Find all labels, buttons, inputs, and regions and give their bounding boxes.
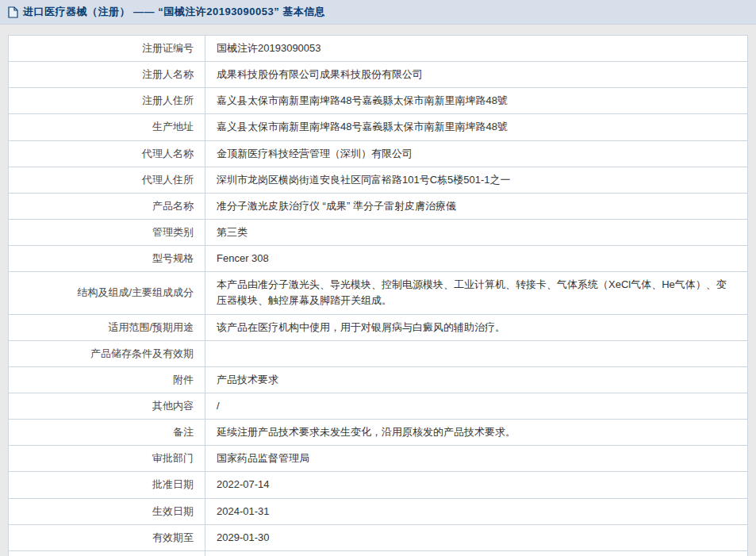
info-table-body: 注册证编号国械注许20193090053注册人名称成果科技股份有限公司成果科技股…	[9, 36, 748, 556]
registration-info-table: 注册证编号国械注许20193090053注册人名称成果科技股份有限公司成果科技股…	[8, 35, 748, 556]
row-value: 深圳市龙岗区横岗街道安良社区同富裕路101号C栋5楼501-1之一	[205, 167, 748, 193]
table-row: 生效日期2024-01-31	[9, 498, 748, 524]
table-row: 注册证编号国械注许20193090053	[9, 36, 748, 62]
row-value: 2022-07-14	[205, 472, 748, 498]
row-label: 适用范围/预期用途	[9, 314, 205, 340]
row-label: 代理人名称	[9, 140, 205, 167]
row-label: 其他内容	[9, 393, 205, 419]
page-title: 进口医疗器械（注册） —— “国械注许20193090053” 基本信息	[23, 5, 325, 19]
row-label: 审批部门	[9, 446, 205, 472]
row-label: 生产地址	[9, 114, 205, 140]
table-row: 备注延续注册产品技术要求未发生变化，沿用原核发的产品技术要求。	[9, 420, 748, 446]
row-label: 生效日期	[9, 498, 205, 524]
row-value: 2017-07-25 “代理人名称：北京仁和惠康科技有限公司；代理人住所：北京市…	[205, 550, 748, 556]
row-label: 代理人住所	[9, 167, 205, 193]
row-value: 成果科技股份有限公司成果科技股份有限公司	[205, 62, 748, 88]
row-value: 金顶新医疗科技经营管理（深圳）有限公司	[205, 140, 748, 167]
header-bar: 进口医疗器械（注册） —— “国械注许20193090053” 基本信息	[0, 0, 756, 25]
row-value: 该产品在医疗机构中使用，用于对银屑病与白癜风的辅助治疗。	[205, 314, 748, 340]
row-value: /	[205, 393, 748, 419]
row-label: 备注	[9, 420, 205, 446]
row-value: 第三类	[205, 219, 748, 245]
row-label: 变更情况	[9, 550, 205, 556]
table-row: 产品储存条件及有效期	[9, 340, 748, 366]
table-row: 其他内容/	[9, 393, 748, 419]
row-value: 嘉义县太保市南新里南埤路48号嘉義縣太保市南新里南埤路48號	[205, 114, 748, 140]
table-row: 注册人住所嘉义县太保市南新里南埤路48号嘉義縣太保市南新里南埤路48號	[9, 88, 748, 114]
table-row: 有效期至2029-01-30	[9, 524, 748, 550]
row-label: 批准日期	[9, 472, 205, 498]
row-value: Fencer 308	[205, 246, 748, 272]
document-icon	[8, 6, 18, 18]
row-label: 注册证编号	[9, 36, 205, 62]
row-label: 注册人名称	[9, 62, 205, 88]
row-value: 国械注许20193090053	[205, 36, 748, 62]
row-label: 注册人住所	[9, 88, 205, 114]
table-row: 注册人名称成果科技股份有限公司成果科技股份有限公司	[9, 62, 748, 88]
info-table-wrap: 注册证编号国械注许20193090053注册人名称成果科技股份有限公司成果科技股…	[8, 35, 748, 556]
table-row: 审批部门国家药品监督管理局	[9, 446, 748, 472]
table-row: 适用范围/预期用途该产品在医疗机构中使用，用于对银屑病与白癜风的辅助治疗。	[9, 314, 748, 340]
table-row: 管理类别第三类	[9, 219, 748, 245]
row-label: 型号规格	[9, 246, 205, 272]
table-row: 生产地址嘉义县太保市南新里南埤路48号嘉義縣太保市南新里南埤路48號	[9, 114, 748, 140]
row-label: 结构及组成/主要组成成分	[9, 272, 205, 314]
row-value: 延续注册产品技术要求未发生变化，沿用原核发的产品技术要求。	[205, 420, 748, 446]
table-row: 代理人住所深圳市龙岗区横岗街道安良社区同富裕路101号C栋5楼501-1之一	[9, 167, 748, 193]
row-value: 2029-01-30	[205, 524, 748, 550]
row-value: 2024-01-31	[205, 498, 748, 524]
row-value: 准分子激光皮肤治疗仪 “成果” 準分子雷射皮膚治療儀	[205, 193, 748, 219]
row-label: 产品名称	[9, 193, 205, 219]
table-row: 批准日期2022-07-14	[9, 472, 748, 498]
table-row: 附件产品技术要求	[9, 366, 748, 393]
row-label: 产品储存条件及有效期	[9, 340, 205, 366]
table-row: 代理人名称金顶新医疗科技经营管理（深圳）有限公司	[9, 140, 748, 167]
table-row: 型号规格Fencer 308	[9, 246, 748, 272]
row-label: 有效期至	[9, 524, 205, 550]
page: 进口医疗器械（注册） —— “国械注许20193090053” 基本信息 注册证…	[0, 0, 756, 556]
row-value: 国家药品监督管理局	[205, 446, 748, 472]
row-label: 管理类别	[9, 219, 205, 245]
row-label: 附件	[9, 366, 205, 393]
table-row: 结构及组成/主要组成成分本产品由准分子激光头、导光模块、控制电源模块、工业计算机…	[9, 272, 748, 314]
row-value: 产品技术要求	[205, 366, 748, 393]
table-row: 变更情况2017-07-25 “代理人名称：北京仁和惠康科技有限公司；代理人住所…	[9, 550, 748, 556]
row-value: 嘉义县太保市南新里南埤路48号嘉義縣太保市南新里南埤路48號	[205, 88, 748, 114]
row-value	[205, 340, 748, 366]
table-row: 产品名称准分子激光皮肤治疗仪 “成果” 準分子雷射皮膚治療儀	[9, 193, 748, 219]
row-value: 本产品由准分子激光头、导光模块、控制电源模块、工业计算机、转接卡、气体系统（Xe…	[205, 272, 748, 314]
